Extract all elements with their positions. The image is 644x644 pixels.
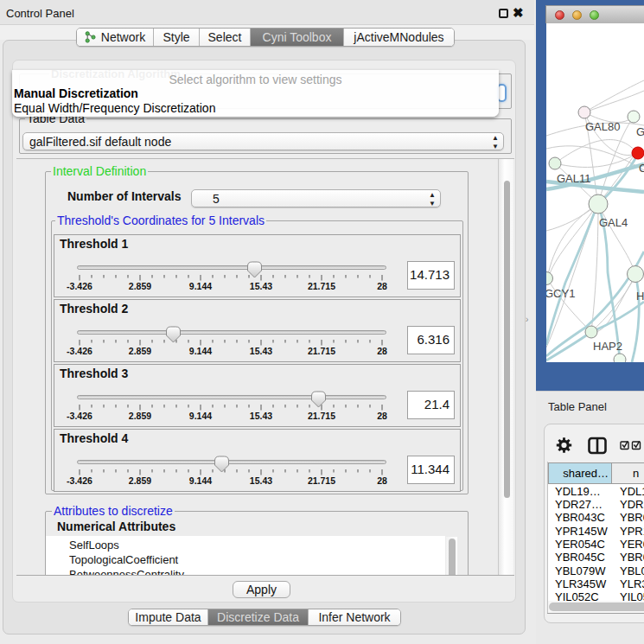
svg-text:GAL11: GAL11 — [557, 172, 591, 185]
svg-text:G: G — [636, 125, 644, 138]
svg-text:H: H — [636, 290, 644, 303]
svg-text:HAP2: HAP2 — [593, 340, 622, 353]
svg-text:GCY1: GCY1 — [546, 287, 575, 300]
svg-text:GAL4: GAL4 — [599, 216, 628, 229]
svg-text:C: C — [639, 162, 644, 175]
svg-text:GAL80: GAL80 — [585, 120, 620, 133]
